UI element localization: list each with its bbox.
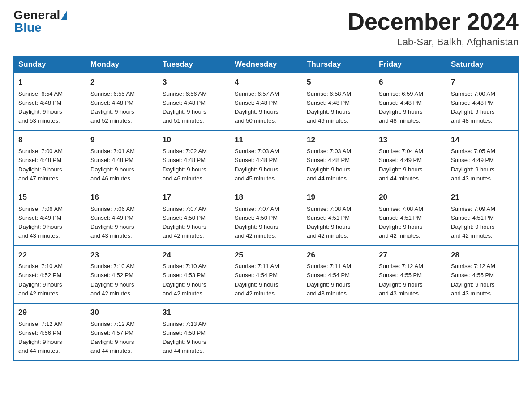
header-cell-monday: Monday [86, 56, 158, 73]
calendar-cell: 19 Sunrise: 7:08 AMSunset: 4:51 PMDaylig… [302, 188, 374, 246]
calendar-week-1: 1 Sunrise: 6:54 AMSunset: 4:48 PMDayligh… [14, 73, 519, 131]
logo: General [13, 9, 68, 21]
day-number: 4 [235, 77, 297, 88]
day-number: 7 [451, 77, 514, 88]
day-number: 24 [163, 249, 225, 261]
calendar-cell: 30 Sunrise: 7:12 AMSunset: 4:57 PMDaylig… [86, 303, 158, 360]
day-number: 17 [163, 192, 225, 203]
calendar-cell: 10 Sunrise: 7:02 AMSunset: 4:48 PMDaylig… [158, 131, 230, 188]
day-number: 25 [235, 249, 297, 261]
day-number: 14 [451, 134, 514, 146]
day-number: 19 [307, 192, 369, 203]
calendar-week-2: 8 Sunrise: 7:00 AMSunset: 4:48 PMDayligh… [14, 131, 519, 188]
calendar-cell: 6 Sunrise: 6:59 AMSunset: 4:48 PMDayligh… [374, 73, 446, 131]
subtitle: Lab-Sar, Balkh, Afghanistan [348, 36, 519, 48]
calendar-header: SundayMondayTuesdayWednesdayThursdayFrid… [14, 56, 519, 73]
calendar-cell: 4 Sunrise: 6:57 AMSunset: 4:48 PMDayligh… [230, 73, 302, 131]
calendar-body: 1 Sunrise: 6:54 AMSunset: 4:48 PMDayligh… [14, 73, 519, 360]
day-info: Sunrise: 7:00 AMSunset: 4:48 PMDaylight:… [18, 148, 63, 182]
title-area: December 2024 Lab-Sar, Balkh, Afghanista… [348, 9, 519, 48]
calendar-cell: 11 Sunrise: 7:03 AMSunset: 4:48 PMDaylig… [230, 131, 302, 188]
calendar-cell: 12 Sunrise: 7:03 AMSunset: 4:48 PMDaylig… [302, 131, 374, 188]
day-info: Sunrise: 7:04 AMSunset: 4:49 PMDaylight:… [379, 148, 423, 182]
day-info: Sunrise: 7:12 AMSunset: 4:57 PMDaylight:… [90, 321, 135, 355]
day-info: Sunrise: 6:54 AMSunset: 4:48 PMDaylight:… [18, 90, 63, 124]
calendar-cell: 18 Sunrise: 7:07 AMSunset: 4:50 PMDaylig… [230, 188, 302, 246]
day-number: 27 [379, 249, 442, 261]
calendar-cell: 29 Sunrise: 7:12 AMSunset: 4:56 PMDaylig… [14, 303, 86, 360]
day-number: 6 [379, 77, 442, 88]
day-info: Sunrise: 7:12 AMSunset: 4:56 PMDaylight:… [18, 321, 63, 355]
calendar-table: SundayMondayTuesdayWednesdayThursdayFrid… [13, 56, 519, 361]
day-number: 5 [307, 77, 369, 88]
header-cell-thursday: Thursday [302, 56, 374, 73]
main-title: December 2024 [348, 9, 519, 34]
calendar-cell: 20 Sunrise: 7:08 AMSunset: 4:51 PMDaylig… [374, 188, 446, 246]
day-info: Sunrise: 7:10 AMSunset: 4:52 PMDaylight:… [18, 263, 63, 297]
header-cell-saturday: Saturday [446, 56, 519, 73]
day-number: 8 [18, 134, 81, 146]
day-number: 9 [90, 134, 153, 146]
calendar-cell: 3 Sunrise: 6:56 AMSunset: 4:48 PMDayligh… [158, 73, 230, 131]
calendar-cell [446, 303, 519, 360]
calendar-week-3: 15 Sunrise: 7:06 AMSunset: 4:49 PMDaylig… [14, 188, 519, 246]
day-number: 3 [163, 77, 225, 88]
day-info: Sunrise: 7:07 AMSunset: 4:50 PMDaylight:… [163, 206, 207, 240]
calendar-cell: 16 Sunrise: 7:06 AMSunset: 4:49 PMDaylig… [86, 188, 158, 246]
logo-general-text: General [13, 9, 60, 21]
calendar-cell: 22 Sunrise: 7:10 AMSunset: 4:52 PMDaylig… [14, 246, 86, 304]
day-info: Sunrise: 6:57 AMSunset: 4:48 PMDaylight:… [235, 90, 279, 124]
calendar-week-5: 29 Sunrise: 7:12 AMSunset: 4:56 PMDaylig… [14, 303, 519, 360]
day-info: Sunrise: 7:07 AMSunset: 4:50 PMDaylight:… [235, 206, 279, 240]
day-info: Sunrise: 7:08 AMSunset: 4:51 PMDaylight:… [307, 206, 351, 240]
day-info: Sunrise: 7:06 AMSunset: 4:49 PMDaylight:… [90, 206, 135, 240]
calendar-cell [230, 303, 302, 360]
day-number: 2 [90, 77, 153, 88]
day-info: Sunrise: 6:59 AMSunset: 4:48 PMDaylight:… [379, 90, 423, 124]
day-info: Sunrise: 7:10 AMSunset: 4:52 PMDaylight:… [90, 263, 135, 297]
header-cell-wednesday: Wednesday [230, 56, 302, 73]
calendar-cell: 14 Sunrise: 7:05 AMSunset: 4:49 PMDaylig… [446, 131, 519, 188]
day-info: Sunrise: 7:09 AMSunset: 4:51 PMDaylight:… [451, 206, 495, 240]
day-number: 30 [90, 307, 153, 318]
day-number: 10 [163, 134, 225, 146]
day-info: Sunrise: 7:12 AMSunset: 4:55 PMDaylight:… [379, 263, 423, 297]
day-number: 12 [307, 134, 369, 146]
calendar-cell: 5 Sunrise: 6:58 AMSunset: 4:48 PMDayligh… [302, 73, 374, 131]
calendar-cell: 26 Sunrise: 7:11 AMSunset: 4:54 PMDaylig… [302, 246, 374, 304]
day-number: 28 [451, 249, 514, 261]
calendar-cell: 31 Sunrise: 7:13 AMSunset: 4:58 PMDaylig… [158, 303, 230, 360]
day-info: Sunrise: 7:05 AMSunset: 4:49 PMDaylight:… [451, 148, 495, 182]
day-number: 31 [163, 307, 225, 318]
day-info: Sunrise: 6:58 AMSunset: 4:48 PMDaylight:… [307, 90, 351, 124]
logo-blue-text: Blue [14, 21, 42, 34]
calendar-week-4: 22 Sunrise: 7:10 AMSunset: 4:52 PMDaylig… [14, 246, 519, 304]
header-cell-sunday: Sunday [14, 56, 86, 73]
day-info: Sunrise: 7:01 AMSunset: 4:48 PMDaylight:… [90, 148, 135, 182]
day-number: 13 [379, 134, 442, 146]
day-number: 1 [18, 77, 81, 88]
day-number: 15 [18, 192, 81, 203]
day-info: Sunrise: 7:03 AMSunset: 4:48 PMDaylight:… [307, 148, 351, 182]
calendar-cell: 15 Sunrise: 7:06 AMSunset: 4:49 PMDaylig… [14, 188, 86, 246]
calendar-cell: 21 Sunrise: 7:09 AMSunset: 4:51 PMDaylig… [446, 188, 519, 246]
day-number: 11 [235, 134, 297, 146]
calendar-cell: 23 Sunrise: 7:10 AMSunset: 4:52 PMDaylig… [86, 246, 158, 304]
day-info: Sunrise: 7:00 AMSunset: 4:48 PMDaylight:… [451, 90, 495, 124]
calendar-cell: 9 Sunrise: 7:01 AMSunset: 4:48 PMDayligh… [86, 131, 158, 188]
day-info: Sunrise: 7:11 AMSunset: 4:54 PMDaylight:… [307, 263, 351, 297]
day-info: Sunrise: 7:11 AMSunset: 4:54 PMDaylight:… [235, 263, 279, 297]
header-cell-tuesday: Tuesday [158, 56, 230, 73]
calendar-cell: 8 Sunrise: 7:00 AMSunset: 4:48 PMDayligh… [14, 131, 86, 188]
day-number: 18 [235, 192, 297, 203]
day-info: Sunrise: 7:02 AMSunset: 4:48 PMDaylight:… [163, 148, 207, 182]
logo-area: General Blue [13, 9, 68, 35]
calendar-cell [374, 303, 446, 360]
header: General Blue December 2024 Lab-Sar, Balk… [13, 9, 519, 48]
day-info: Sunrise: 7:10 AMSunset: 4:53 PMDaylight:… [163, 263, 207, 297]
calendar-cell: 2 Sunrise: 6:55 AMSunset: 4:48 PMDayligh… [86, 73, 158, 131]
day-number: 20 [379, 192, 442, 203]
day-number: 23 [90, 249, 153, 261]
calendar-cell [302, 303, 374, 360]
day-info: Sunrise: 7:12 AMSunset: 4:55 PMDaylight:… [451, 263, 495, 297]
